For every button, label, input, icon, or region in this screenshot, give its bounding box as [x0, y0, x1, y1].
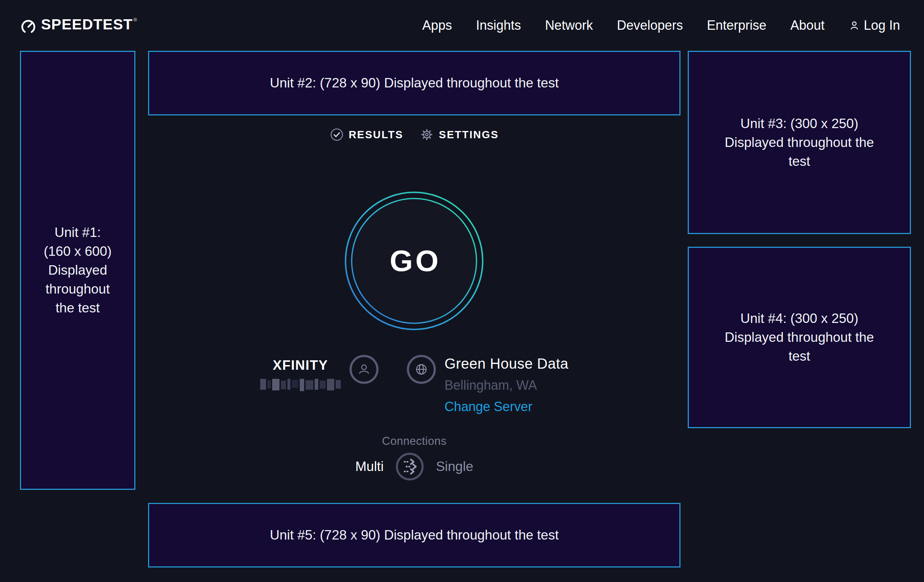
- user-icon: [848, 20, 860, 31]
- nav-item-apps[interactable]: Apps: [422, 18, 452, 33]
- connections-heading: Connections: [148, 435, 680, 448]
- speedometer-icon: [20, 18, 37, 35]
- tab-results[interactable]: RESULTS: [330, 128, 404, 142]
- isp-block: XFINITY: [260, 358, 341, 392]
- logo-text: SPEEDTEST: [41, 16, 133, 32]
- globe-icon: [413, 361, 429, 378]
- tab-settings[interactable]: SETTINGS: [420, 128, 499, 142]
- isp-avatar: [350, 355, 378, 384]
- ad-unit-4-label: Unit #4: (300 x 250) Displayed throughou…: [718, 309, 881, 366]
- gear-icon: [420, 128, 434, 142]
- go-button[interactable]: GO: [345, 191, 484, 331]
- nav-item-network[interactable]: Network: [545, 18, 593, 33]
- main-nav: Apps Insights Network Developers Enterpr…: [422, 18, 900, 33]
- nav-item-insights[interactable]: Insights: [476, 18, 521, 33]
- server-block: Green House Data Bellingham, WA Change S…: [445, 356, 569, 414]
- speedtest-logo[interactable]: SPEEDTEST ®: [20, 16, 137, 35]
- server-location: Bellingham, WA: [445, 378, 537, 393]
- ad-unit-2[interactable]: Unit #2: (728 x 90) Displayed throughout…: [148, 51, 680, 115]
- top-nav-bar: SPEEDTEST ® Apps Insights Network Develo…: [0, 0, 924, 51]
- trademark-mark: ®: [134, 17, 137, 23]
- nav-item-enterprise[interactable]: Enterprise: [707, 18, 767, 33]
- nav-item-developers[interactable]: Developers: [617, 18, 683, 33]
- server-avatar: [407, 355, 436, 384]
- connection-info-row: XFINITY Green House Data: [148, 355, 680, 414]
- ad-unit-3-label: Unit #3: (300 x 250) Displayed throughou…: [718, 114, 881, 171]
- ad-unit-5[interactable]: Unit #5: (728 x 90) Displayed throughout…: [148, 503, 680, 567]
- login-label: Log In: [864, 18, 900, 33]
- tab-settings-label: SETTINGS: [439, 129, 499, 141]
- tab-bar: RESULTS: [148, 128, 680, 142]
- ad-unit-2-label: Unit #2: (728 x 90) Displayed throughout…: [270, 74, 559, 92]
- server-name: Green House Data: [445, 356, 569, 372]
- check-circle-icon: [330, 128, 344, 142]
- connections-toggle: Multi Single: [148, 452, 680, 481]
- tab-results-label: RESULTS: [349, 129, 404, 141]
- go-button-label: GO: [345, 191, 484, 331]
- multi-connections-icon: [395, 452, 424, 481]
- nav-item-about[interactable]: About: [790, 18, 825, 33]
- speedtest-page: SPEEDTEST ® Apps Insights Network Develo…: [0, 0, 924, 582]
- isp-name: XFINITY: [273, 358, 328, 373]
- multi-option[interactable]: Multi: [355, 459, 384, 474]
- single-option[interactable]: Single: [436, 459, 473, 474]
- connections-toggle-button[interactable]: [395, 452, 424, 481]
- ad-unit-3[interactable]: Unit #3: (300 x 250) Displayed throughou…: [688, 51, 911, 234]
- person-icon: [356, 362, 371, 377]
- change-server-link[interactable]: Change Server: [445, 399, 532, 414]
- redacted-ip: [260, 379, 341, 392]
- ad-unit-4[interactable]: Unit #4: (300 x 250) Displayed throughou…: [688, 247, 911, 428]
- ad-unit-5-label: Unit #5: (728 x 90) Displayed throughout…: [270, 526, 559, 545]
- login-link[interactable]: Log In: [848, 18, 900, 33]
- ad-unit-1-label: Unit #1: (160 x 600) Displayed throughou…: [41, 223, 115, 318]
- ad-unit-1[interactable]: Unit #1: (160 x 600) Displayed throughou…: [20, 51, 135, 490]
